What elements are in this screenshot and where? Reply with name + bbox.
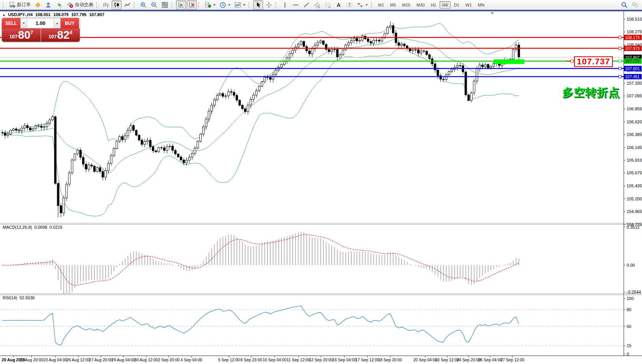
chart-candles-button[interactable] bbox=[112, 0, 122, 10]
svg-text:106.385: 106.385 bbox=[627, 132, 642, 137]
svg-text:18 Sep 20:00: 18 Sep 20:00 bbox=[378, 357, 402, 362]
cursor-button[interactable] bbox=[253, 0, 263, 10]
price-callout-box[interactable]: 107.737 bbox=[574, 56, 613, 67]
vline-button[interactable] bbox=[280, 0, 290, 10]
templates-button[interactable] bbox=[233, 0, 247, 10]
volume-input[interactable] bbox=[27, 18, 54, 28]
collapse-panel-icon[interactable]: ▲ bbox=[2, 13, 5, 16]
new-order-icon bbox=[9, 2, 16, 8]
fibonacci-button[interactable]: F bbox=[323, 0, 333, 10]
svg-text:23 Aug 04:00: 23 Aug 04:00 bbox=[43, 357, 67, 362]
periods-button[interactable] bbox=[218, 0, 232, 10]
rsi-indicator-label: RSI(14) 52.5036 bbox=[3, 295, 35, 300]
tile-windows-icon bbox=[161, 2, 168, 8]
volume-down-button[interactable]: ▼ bbox=[20, 18, 27, 28]
signals-icon bbox=[56, 2, 63, 8]
svg-text:F: F bbox=[329, 6, 330, 8]
toolbar-group-handle bbox=[171, 2, 174, 8]
zoom-in-button[interactable] bbox=[138, 0, 148, 10]
svg-text:107.601: 107.601 bbox=[625, 66, 640, 71]
svg-text:106.855: 106.855 bbox=[627, 107, 642, 111]
market-watch-icon bbox=[35, 2, 41, 8]
text-button[interactable]: A bbox=[334, 0, 344, 10]
zoom-in-icon bbox=[140, 2, 147, 8]
sell-price-big: 80 bbox=[18, 29, 30, 41]
navigator-icon bbox=[45, 2, 52, 8]
autotrade-icon bbox=[67, 2, 74, 8]
tf-mn-button[interactable]: MN bbox=[475, 1, 487, 9]
tile-windows-button[interactable] bbox=[160, 0, 170, 10]
chevron-down-icon bbox=[243, 4, 245, 6]
crosshair-button[interactable] bbox=[264, 0, 274, 10]
svg-text:107.973: 107.973 bbox=[625, 46, 640, 51]
buy-price-big: 82 bbox=[57, 29, 69, 41]
svg-text:5 Sep 12:00: 5 Sep 12:00 bbox=[218, 357, 240, 362]
toolbar-group-handle bbox=[96, 2, 99, 8]
community-button[interactable] bbox=[630, 0, 640, 10]
hline-button[interactable] bbox=[291, 0, 301, 10]
chart-line-button[interactable] bbox=[122, 0, 132, 10]
ohlc-low: 107.795 bbox=[71, 12, 87, 17]
bar-chart-icon bbox=[102, 2, 109, 8]
sell-button[interactable]: SELL bbox=[2, 18, 20, 28]
toolbar-group-handle bbox=[275, 2, 278, 8]
zoom-out-icon bbox=[151, 2, 158, 8]
tf-h4-button[interactable]: H4 bbox=[440, 1, 450, 9]
market-watch-button[interactable] bbox=[33, 0, 43, 10]
signals-button[interactable] bbox=[54, 0, 64, 10]
chevron-down-icon bbox=[228, 4, 230, 6]
svg-text:26 Aug 12:00: 26 Aug 12:00 bbox=[66, 357, 90, 362]
arrows-icon bbox=[357, 2, 364, 8]
ohlc-open: 108.051 bbox=[35, 12, 51, 17]
svg-text:8 Sep 23:00: 8 Sep 23:00 bbox=[240, 357, 262, 362]
tf-h1-button[interactable]: H1 bbox=[428, 1, 439, 9]
volume-up-button[interactable]: ▲ bbox=[54, 18, 61, 28]
sell-price[interactable]: 107 80 7 bbox=[2, 28, 41, 42]
search-button[interactable] bbox=[619, 0, 629, 10]
svg-text:15: 15 bbox=[627, 343, 631, 348]
cursor-icon bbox=[255, 2, 262, 8]
svg-text:17 Sep 12:00: 17 Sep 12:00 bbox=[356, 357, 380, 362]
buy-price[interactable]: 107 82 4 bbox=[41, 28, 80, 42]
chart-canvas[interactable]: 108.510108.275108.040107.565107.330107.0… bbox=[0, 0, 642, 364]
arrows-button[interactable] bbox=[355, 0, 369, 10]
label-button[interactable]: T bbox=[344, 0, 354, 10]
chart-shift-button[interactable] bbox=[187, 0, 197, 10]
text-icon: A bbox=[335, 2, 342, 8]
trendline-button[interactable] bbox=[301, 0, 311, 10]
line-chart-icon bbox=[124, 2, 131, 8]
new-order-button[interactable]: 新订单 bbox=[7, 0, 32, 10]
sell-price-pip: 7 bbox=[30, 30, 33, 35]
channel-button[interactable]: E bbox=[312, 0, 322, 10]
auto-scroll-button[interactable] bbox=[176, 0, 186, 10]
tf-d1-button[interactable]: D1 bbox=[451, 1, 462, 9]
clock-icon bbox=[219, 2, 226, 8]
svg-text:4 Sep 04:00: 4 Sep 04:00 bbox=[181, 357, 202, 362]
tf-w1-button[interactable]: W1 bbox=[463, 1, 475, 9]
svg-text:108.275: 108.275 bbox=[627, 30, 642, 34]
indicators-button[interactable] bbox=[203, 0, 217, 10]
svg-text:21 Aug 20:00: 21 Aug 20:00 bbox=[20, 357, 43, 362]
svg-text:0.00: 0.00 bbox=[627, 263, 635, 267]
zoom-out-button[interactable] bbox=[149, 0, 159, 10]
svg-text:50: 50 bbox=[627, 324, 631, 329]
symbol-title: USDJPY-,H4 bbox=[8, 12, 33, 17]
buy-button[interactable]: BUY bbox=[61, 18, 79, 28]
chart-bars-button[interactable] bbox=[101, 0, 111, 10]
autotrade-button[interactable]: 自动交易 bbox=[65, 0, 95, 10]
highlight-rect bbox=[494, 59, 524, 64]
tf-m30-button[interactable]: M30 bbox=[414, 1, 427, 9]
chevron-down-icon bbox=[365, 4, 368, 6]
svg-text:106.145: 106.145 bbox=[627, 145, 642, 150]
svg-text:104.965: 104.965 bbox=[627, 209, 642, 214]
navigator-button[interactable] bbox=[44, 0, 54, 10]
tf-m1-button[interactable]: M1 bbox=[375, 1, 387, 9]
svg-text:16 Sep 04:00: 16 Sep 04:00 bbox=[333, 357, 357, 362]
tf-m5-button[interactable]: M5 bbox=[387, 1, 398, 9]
rsi-value: 52.5036 bbox=[20, 295, 35, 300]
toolbar-divider bbox=[0, 10, 642, 11]
svg-text:105.435: 105.435 bbox=[627, 184, 642, 188]
tf-m15-button[interactable]: M15 bbox=[400, 1, 413, 9]
buy-price-pip: 4 bbox=[69, 30, 72, 35]
buy-price-prefix: 107 bbox=[48, 34, 57, 39]
